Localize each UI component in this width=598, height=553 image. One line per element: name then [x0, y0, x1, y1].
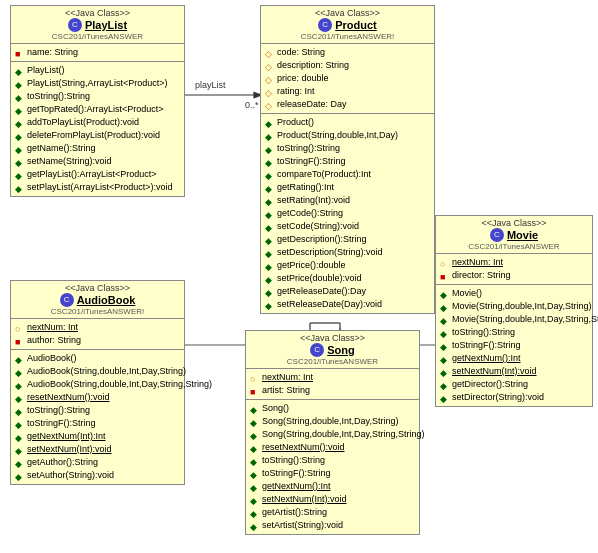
song-header: <<Java Class>> C Song CSC201/iTunesANSWE… — [246, 331, 419, 369]
svg-text:playList: playList — [195, 80, 226, 90]
movie-method-3: ◆toString():String — [440, 326, 588, 339]
audiobook-method-3: ◆resetNextNum():void — [15, 391, 180, 404]
audiobook-method-4: ◆toString():String — [15, 404, 180, 417]
playlist-method-7: ◆setName(String):void — [15, 155, 180, 168]
song-method-4: ◆toString():String — [250, 454, 415, 467]
product-methods: ◆Product() ◆Product(String,double,Int,Da… — [261, 114, 434, 313]
playlist-method-0: ◆PlayList() — [15, 64, 180, 77]
playlist-method-1: ◆PlayList(String,ArrayList<Product>) — [15, 77, 180, 90]
audiobook-package: CSC201/iTunesANSWER! — [15, 307, 180, 316]
audiobook-method-8: ◆getAuthor():String — [15, 456, 180, 469]
audiobook-attr-1: ■author: String — [15, 334, 180, 347]
movie-attributes: ○nextNum: Int ■director: String — [436, 254, 592, 285]
song-methods: ◆Song() ◆Song(String,double,Int,Day,Stri… — [246, 400, 419, 534]
product-method-13: ◆getReleaseDate():Day — [265, 285, 430, 298]
product-method-0: ◆Product() — [265, 116, 430, 129]
movie-attr-1: ■director: String — [440, 269, 588, 282]
product-name: Product — [335, 19, 377, 31]
song-method-2: ◆Song(String,double,Int,Day,String,Strin… — [250, 428, 415, 441]
playlist-method-5: ◆deleteFromPlayList(Product):void — [15, 129, 180, 142]
playlist-stereotype: <<Java Class>> — [15, 8, 180, 18]
audiobook-method-2: ◆AudioBook(String,double,Int,Day,String,… — [15, 378, 180, 391]
playlist-attributes: ■ name: String — [11, 44, 184, 62]
movie-method-2: ◆Movie(String,double,Int,Day,String,Stri… — [440, 313, 588, 326]
product-method-7: ◆getCode():String — [265, 207, 430, 220]
song-attr-1: ■artist: String — [250, 384, 415, 397]
song-name: Song — [327, 344, 355, 356]
product-method-10: ◆setDescription(String):void — [265, 246, 430, 259]
product-method-6: ◆setRating(Int):void — [265, 194, 430, 207]
song-attributes: ○nextNum: Int ■artist: String — [246, 369, 419, 400]
movie-method-6: ◆setNextNum(Int):void — [440, 365, 588, 378]
playlist-method-9: ◆setPlayList(ArrayList<Product>):void — [15, 181, 180, 194]
product-method-14: ◆setReleaseDate(Day):void — [265, 298, 430, 311]
playlist-attr-0: ■ name: String — [15, 46, 180, 59]
movie-method-8: ◆setDirector(String):void — [440, 391, 588, 404]
product-method-9: ◆getDescription():String — [265, 233, 430, 246]
song-class: <<Java Class>> C Song CSC201/iTunesANSWE… — [245, 330, 420, 535]
song-method-7: ◆setNextNum(Int):void — [250, 493, 415, 506]
movie-method-0: ◆Movie() — [440, 287, 588, 300]
audiobook-attr-0: ○nextNum: Int — [15, 321, 180, 334]
svg-text:0..*: 0..* — [245, 100, 259, 110]
song-method-8: ◆getArtist():String — [250, 506, 415, 519]
product-attr-1: ◇description: String — [265, 59, 430, 72]
product-attr-3: ◇rating: Int — [265, 85, 430, 98]
product-stereotype: <<Java Class>> — [265, 8, 430, 18]
playlist-header: <<Java Class>> C PlayList CSC201/iTunesA… — [11, 6, 184, 44]
song-stereotype: <<Java Class>> — [250, 333, 415, 343]
movie-methods: ◆Movie() ◆Movie(String,double,Int,Day,St… — [436, 285, 592, 406]
playlist-methods: ◆PlayList() ◆PlayList(String,ArrayList<P… — [11, 62, 184, 196]
playlist-method-4: ◆addToPlayList(Product):void — [15, 116, 180, 129]
product-attr-0: ◇code: String — [265, 46, 430, 59]
audiobook-name: AudioBook — [77, 294, 136, 306]
movie-method-4: ◆toStringF():String — [440, 339, 588, 352]
product-method-11: ◆getPrice():double — [265, 259, 430, 272]
song-package: CSC201/iTunesANSWER — [250, 357, 415, 366]
audiobook-icon: C — [60, 293, 74, 307]
movie-header: <<Java Class>> C Movie CSC201/iTunesANSW… — [436, 216, 592, 254]
playlist-name: PlayList — [85, 19, 127, 31]
song-method-6: ◆getNextNum():Int — [250, 480, 415, 493]
song-method-9: ◆setArtist(String):void — [250, 519, 415, 532]
audiobook-class: <<Java Class>> C AudioBook CSC201/iTunes… — [10, 280, 185, 485]
product-method-2: ◆toString():String — [265, 142, 430, 155]
movie-method-7: ◆getDirector():String — [440, 378, 588, 391]
playlist-class: <<Java Class>> C PlayList CSC201/iTunesA… — [10, 5, 185, 197]
attr-text: name: String — [27, 46, 78, 59]
playlist-method-8: ◆getPlayList():ArrayList<Product> — [15, 168, 180, 181]
audiobook-methods: ◆AudioBook() ◆AudioBook(String,double,In… — [11, 350, 184, 484]
product-header: <<Java Class>> C Product CSC201/iTunesAN… — [261, 6, 434, 44]
audiobook-stereotype: <<Java Class>> — [15, 283, 180, 293]
vis-icon: ■ — [15, 48, 25, 58]
product-method-4: ◆compareTo(Product):Int — [265, 168, 430, 181]
movie-attr-0: ○nextNum: Int — [440, 256, 588, 269]
song-method-5: ◆toStringF():String — [250, 467, 415, 480]
playlist-package: CSC201/iTunesANSWER — [15, 32, 180, 41]
audiobook-method-0: ◆AudioBook() — [15, 352, 180, 365]
product-method-8: ◆setCode(String):void — [265, 220, 430, 233]
audiobook-attributes: ○nextNum: Int ■author: String — [11, 319, 184, 350]
product-method-3: ◆toStringF():String — [265, 155, 430, 168]
product-method-1: ◆Product(String,double,Int,Day) — [265, 129, 430, 142]
movie-name: Movie — [507, 229, 538, 241]
product-class: <<Java Class>> C Product CSC201/iTunesAN… — [260, 5, 435, 314]
audiobook-method-5: ◆toStringF():String — [15, 417, 180, 430]
audiobook-method-7: ◆setNextNum(Int):void — [15, 443, 180, 456]
product-attr-2: ◇price: double — [265, 72, 430, 85]
audiobook-header: <<Java Class>> C AudioBook CSC201/iTunes… — [11, 281, 184, 319]
song-method-1: ◆Song(String,double,Int,Day,String) — [250, 415, 415, 428]
song-method-0: ◆Song() — [250, 402, 415, 415]
song-icon: C — [310, 343, 324, 357]
product-package: CSC201/iTunesANSWER! — [265, 32, 430, 41]
product-attr-4: ◇releaseDate: Day — [265, 98, 430, 111]
song-method-3: ◆resetNextNum():void — [250, 441, 415, 454]
playlist-method-6: ◆getName():String — [15, 142, 180, 155]
audiobook-method-9: ◆setAuthor(String):void — [15, 469, 180, 482]
movie-icon: C — [490, 228, 504, 242]
movie-package: CSC201/iTunesANSWER — [440, 242, 588, 251]
product-attributes: ◇code: String ◇description: String ◇pric… — [261, 44, 434, 114]
audiobook-method-6: ◆getNextNum(Int):Int — [15, 430, 180, 443]
song-attr-0: ○nextNum: Int — [250, 371, 415, 384]
product-icon: C — [318, 18, 332, 32]
